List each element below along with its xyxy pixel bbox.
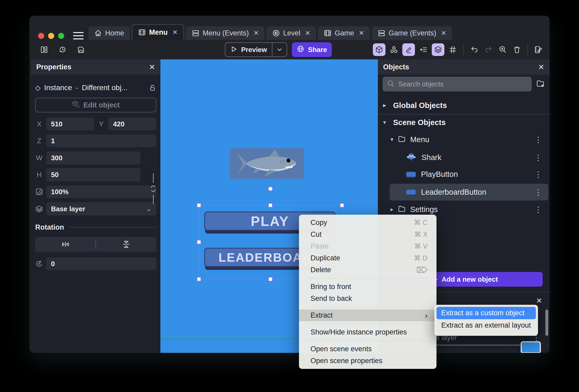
instance-title-row: ◇ Instance - Different obj... (35, 82, 156, 93)
open-panels-icon[interactable] (38, 43, 50, 56)
object-groups-icon[interactable] (388, 43, 400, 56)
selection-handle[interactable] (197, 277, 201, 281)
submenu-item-extract-custom-object[interactable]: Extract as a custom object (436, 307, 536, 319)
layer-select[interactable]: Base layer ⌄ (46, 202, 156, 215)
menu-item-shortcut: ⌘ X (414, 230, 428, 239)
submenu-item-extract-external-layout[interactable]: Extract as an external layout (436, 319, 536, 332)
menu-item-cut[interactable]: Cut ⌘ X (299, 229, 436, 240)
menu-item-copy[interactable]: Copy ⌘ C (299, 217, 436, 229)
layers-icon (35, 205, 43, 213)
tab-bar: Home Menu ✕ Menu (Events) ✕ (88, 16, 452, 40)
play-button-text: PLAY (251, 213, 289, 229)
link-size-icon[interactable] (150, 184, 157, 194)
object-row-leaderboardbutton[interactable]: LeaderboardButton ⋮ (378, 183, 550, 201)
selection-handle[interactable] (268, 203, 273, 208)
tab-close-icon[interactable]: ✕ (253, 29, 259, 37)
opacity-field[interactable] (46, 185, 156, 198)
kebab-menu-icon[interactable]: ⋮ (534, 153, 542, 162)
object-row-playbutton[interactable]: PlayButton ⋮ (378, 166, 550, 182)
background-color-swatch[interactable] (521, 341, 541, 353)
menu-item-extract[interactable]: Extract › (299, 310, 436, 321)
menu-item-show-hide-instance-properties[interactable]: Show/Hide instance properties (299, 326, 436, 338)
macos-close-button[interactable] (38, 33, 44, 39)
properties-title: Properties (36, 63, 72, 71)
y-field[interactable] (108, 118, 156, 130)
unlock-icon[interactable] (149, 84, 156, 91)
macos-zoom-button[interactable] (58, 33, 64, 39)
tab-game-events[interactable]: Game (Events) ✕ (372, 26, 452, 40)
rotation-field[interactable] (46, 257, 156, 270)
layer-value: Base layer (51, 205, 85, 213)
menu-item-duplicate[interactable]: Duplicate ⌘ D (299, 252, 436, 264)
instances-list-icon[interactable] (418, 43, 429, 56)
menu-divider (299, 276, 436, 281)
menu-item-delete[interactable]: Delete ⌦ (299, 264, 436, 276)
menu-item-open-scene-events[interactable]: Open scene events (299, 343, 436, 355)
menu-item-send-to-back[interactable]: Send to back (299, 293, 436, 305)
selection-handle[interactable] (268, 277, 273, 281)
folder-row-settings[interactable]: ▸ Settings ⋮ (378, 202, 550, 216)
height-field[interactable] (46, 168, 140, 181)
edit-mode-icon[interactable] (402, 43, 415, 56)
folder-icon (398, 205, 406, 214)
new-folder-icon[interactable] (536, 79, 545, 89)
tab-game[interactable]: Game ✕ (318, 26, 370, 40)
menu-item-open-scene-properties[interactable]: Open scene properties (299, 355, 436, 367)
rotation-title: Rotation (35, 223, 64, 231)
scrollbar-thumb[interactable] (545, 310, 548, 336)
selection-handle[interactable] (197, 203, 201, 208)
kebab-menu-icon[interactable]: ⋮ (534, 170, 542, 179)
preview-button[interactable]: Preview (225, 42, 287, 57)
tab-home[interactable]: Home (88, 26, 130, 40)
tab-close-icon[interactable]: ✕ (359, 29, 364, 37)
selection-handle[interactable] (340, 203, 344, 208)
object-row-shark[interactable]: Shark ⋮ (378, 149, 550, 166)
preview-dropdown[interactable] (272, 46, 287, 53)
edit-object-button[interactable]: 2D Edit object (35, 98, 156, 112)
objects-panel-toggle-icon[interactable] (373, 43, 385, 56)
scene-objects-row[interactable]: ▾ Scene Objects (378, 117, 550, 128)
grid-icon[interactable] (447, 43, 459, 56)
save-icon[interactable] (75, 43, 87, 56)
main-menu-icon[interactable] (73, 32, 84, 39)
menu-item-bring-to-front[interactable]: Bring to front (299, 281, 436, 293)
flip-vertical-button[interactable] (96, 240, 156, 249)
layers-panel-toggle-icon[interactable] (432, 43, 444, 56)
kebab-menu-icon[interactable]: ⋮ (534, 135, 542, 144)
kebab-menu-icon[interactable]: ⋮ (534, 188, 542, 197)
folder-row-menu[interactable]: ▾ Menu ⋮ (378, 132, 550, 147)
edit-scene-properties-icon[interactable] (533, 43, 544, 56)
search-input[interactable] (398, 80, 527, 88)
preview-label: Preview (241, 46, 267, 54)
rotation-handle[interactable] (268, 186, 273, 191)
tab-menu[interactable]: Menu ✕ (132, 24, 184, 40)
close-icon[interactable]: ✕ (536, 296, 542, 305)
global-objects-row[interactable]: ▸ Global Objects (378, 100, 550, 110)
selection-handle[interactable] (197, 240, 201, 244)
undo-icon[interactable] (469, 43, 480, 56)
zoom-in-icon[interactable] (497, 43, 509, 56)
close-icon[interactable]: ✕ (538, 63, 544, 71)
menu-item-paste[interactable]: Paste ⌘ V (299, 240, 436, 252)
share-button[interactable]: Share (292, 42, 332, 57)
history-icon[interactable] (57, 43, 68, 56)
toolbar-separator (527, 43, 528, 56)
tab-close-icon[interactable]: ✕ (305, 29, 310, 37)
tab-menu-events[interactable]: Menu (Events) ✕ (186, 26, 265, 40)
extract-submenu: Extract as a custom object Extract as an… (434, 305, 538, 336)
macos-minimize-button[interactable] (48, 33, 54, 39)
tab-level[interactable]: Level ✕ (266, 26, 316, 40)
object-name: PlayButton (421, 170, 458, 179)
search-box[interactable] (383, 77, 532, 91)
tab-close-icon[interactable]: ✕ (172, 29, 178, 36)
kebab-menu-icon[interactable]: ⋮ (534, 205, 542, 214)
x-field[interactable] (46, 118, 94, 130)
trash-icon[interactable] (511, 43, 523, 56)
shark-sprite[interactable] (230, 148, 304, 179)
z-field[interactable] (46, 135, 156, 147)
close-icon[interactable]: ✕ (149, 63, 155, 71)
flip-horizontal-button[interactable] (35, 240, 95, 248)
redo-icon[interactable] (483, 43, 494, 56)
tab-close-icon[interactable]: ✕ (441, 29, 446, 37)
width-field[interactable] (46, 151, 140, 164)
